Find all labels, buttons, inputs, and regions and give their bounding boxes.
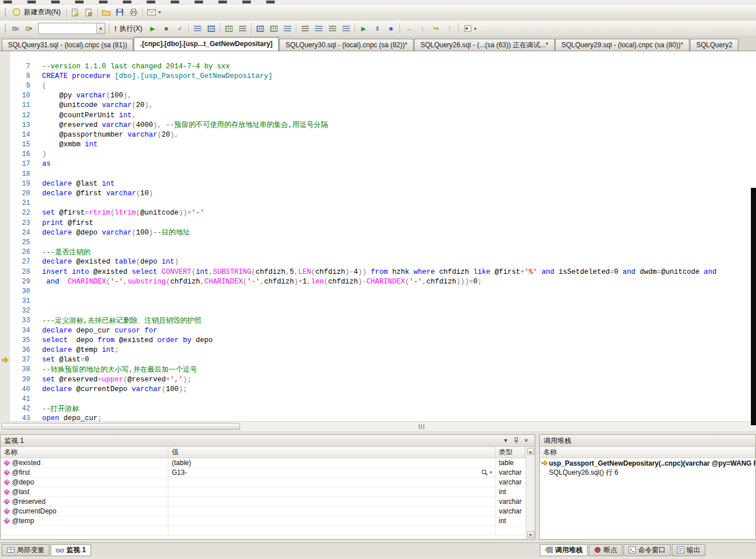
breakpoint-margin-cell[interactable] — [0, 286, 10, 296]
callstack-frame[interactable]: usp_Passport_GetNewDepositary(..cnpc)(va… — [540, 458, 755, 468]
code-editor[interactable]: 7--version 1.1.0 last changed 2014-7-4 b… — [0, 51, 756, 421]
code-line[interactable]: 8CREATE procedure [dbo].[usp_Passport_Ge… — [0, 71, 756, 81]
code-line[interactable]: 11 @unitcode varchar(20), — [0, 101, 756, 110]
database-combobox[interactable]: ▼ — [38, 23, 105, 34]
code-line[interactable]: 12 @countPerUnit int, — [0, 110, 756, 120]
breakpoint-margin-cell[interactable] — [0, 188, 10, 198]
code-line[interactable]: 39set @reserved=upper(@reserved+','); — [0, 375, 756, 384]
watch-name-cell[interactable]: @currentDepo — [1, 507, 168, 516]
code-line[interactable]: 7--version 1.1.0 last changed 2014-7-4 b… — [0, 61, 756, 71]
watch-row[interactable]: @depovarchar — [1, 478, 535, 487]
code-line[interactable]: 41 — [0, 394, 756, 404]
save-icon[interactable] — [113, 6, 127, 19]
code-line[interactable]: 35select depo from @existed order by dep… — [0, 335, 756, 345]
code-line[interactable]: 25 — [0, 237, 756, 247]
code-line[interactable]: 21 — [0, 199, 756, 208]
cancel-query-icon[interactable]: ■ — [159, 22, 173, 35]
callstack-frame[interactable]: SQLQuery26.sql() 行 6 — [540, 468, 755, 478]
connect-icon[interactable] — [9, 22, 23, 35]
scrollbar-thumb[interactable] — [1, 423, 240, 430]
watch-name-cell[interactable]: @last — [1, 487, 168, 496]
watch-scrollbar[interactable]: ▲ ▼ — [526, 447, 535, 539]
watch-row[interactable]: @reservedvarchar — [1, 497, 535, 507]
code-line[interactable]: 23print @first — [0, 218, 756, 228]
panel-tab-locals[interactable]: 局部变量 — [2, 544, 49, 556]
callstack-title-bar[interactable]: 调用堆栈 — [540, 435, 755, 447]
results-grid-icon[interactable] — [204, 22, 218, 35]
breakpoint-margin-cell[interactable] — [0, 326, 10, 335]
breakpoint-margin-cell[interactable] — [0, 384, 10, 394]
toolbar-grip[interactable] — [4, 23, 7, 34]
column-header-type[interactable]: 类型 — [495, 447, 525, 458]
watch-name-cell[interactable]: @first — [1, 468, 168, 477]
watch-title-bar[interactable]: 监视 1 ▼ ✕ — [1, 435, 535, 447]
code-line[interactable]: 13 @reserved varchar(4000), --预留的不可使用的存放… — [0, 120, 756, 130]
code-line[interactable]: 33---定义游标,去掉已标记删除、注销且销毁的护照 — [0, 316, 756, 326]
code-line[interactable]: 24declare @depo varchar(100)--目的地址 — [0, 228, 756, 237]
vertical-scrollbar[interactable] — [751, 188, 756, 425]
document-tab[interactable]: SQLQuery30.sql - (local).cnpc (sa (82))* — [279, 39, 414, 51]
step-over-icon[interactable]: ↪ — [429, 22, 443, 35]
splitter-grip[interactable] — [419, 424, 424, 429]
comment-icon[interactable] — [298, 22, 312, 35]
code-line[interactable]: 42--打开游标 — [0, 404, 756, 414]
breakpoint-margin-cell[interactable] — [0, 208, 10, 218]
new-query-button[interactable]: 新建查询(N) — [9, 6, 64, 19]
chevron-down-icon[interactable]: ▼ — [96, 23, 105, 34]
breakpoint-margin-cell[interactable] — [0, 101, 10, 110]
breakpoint-margin-cell[interactable] — [0, 394, 10, 404]
panel-tab-watch[interactable]: 监视 1 — [51, 544, 91, 556]
breakpoint-margin-cell[interactable] — [0, 140, 10, 150]
watch-value-cell[interactable] — [168, 478, 495, 487]
breakpoint-margin-cell[interactable] — [0, 130, 10, 139]
client-statistics-icon[interactable] — [267, 22, 280, 35]
breakpoint-margin-cell[interactable] — [0, 120, 10, 130]
close-icon[interactable]: ✕ — [522, 437, 531, 445]
breakpoint-margin-cell[interactable] — [0, 267, 10, 277]
code-line[interactable]: 20declare @first varchar(10) — [0, 188, 756, 198]
code-line[interactable]: 37set @last=0 — [0, 355, 756, 365]
column-header-name[interactable]: 名称 — [540, 447, 755, 458]
breakpoint-margin-cell[interactable] — [0, 335, 10, 345]
watch-row[interactable]: @existed(table)table — [1, 458, 535, 468]
parse-icon[interactable]: ✓ — [173, 22, 187, 35]
specify-template-icon[interactable] — [253, 22, 267, 35]
breakpoint-margin-cell[interactable] — [0, 306, 10, 316]
breakpoint-margin-cell[interactable] — [0, 91, 10, 101]
uncomment-icon[interactable] — [312, 22, 325, 35]
watch-name-cell[interactable]: @temp — [1, 516, 168, 525]
magnifier-icon[interactable]: ▼ — [481, 469, 493, 476]
code-line[interactable]: 34declare depo_cur cursor for — [0, 326, 756, 335]
analysis-query-icon[interactable] — [82, 6, 96, 19]
panel-tab-breakpoints[interactable]: 断点 — [589, 544, 622, 556]
breakpoint-margin-cell[interactable] — [0, 345, 10, 355]
breakpoint-margin-cell[interactable] — [0, 297, 10, 306]
intellisense-icon[interactable] — [236, 22, 249, 35]
panel-tab-output[interactable]: 输出 — [672, 544, 705, 556]
breakpoint-margin-cell[interactable] — [0, 71, 10, 81]
stop-debugging-button[interactable]: ■ — [384, 22, 398, 35]
code-line[interactable]: 15 @xmbm int — [0, 140, 756, 150]
watch-value-cell[interactable]: G13-▼ — [168, 468, 495, 477]
increase-indent-icon[interactable] — [339, 22, 353, 35]
watch-row[interactable]: @lastint — [1, 487, 535, 497]
execute-button[interactable]: ! 执行(X) — [111, 22, 146, 35]
step-out-icon[interactable]: ↑ — [443, 22, 456, 35]
breakpoint-margin-cell[interactable] — [0, 257, 10, 267]
document-tab[interactable]: SQLQuery2 — [690, 39, 738, 51]
document-tab[interactable]: SQLQuery29.sql - (local).cnpc (sa (80))* — [555, 39, 689, 51]
sqlcmd-mode-icon[interactable] — [280, 22, 294, 35]
scroll-up-icon[interactable]: ▲ — [527, 448, 534, 455]
auto-hide-pin-icon[interactable] — [511, 437, 520, 445]
breakpoint-margin-cell[interactable] — [0, 159, 10, 169]
horizontal-scrollbar[interactable] — [0, 421, 756, 431]
breakpoint-margin-cell[interactable] — [0, 237, 10, 247]
code-line[interactable]: 26---是否注销的 — [0, 248, 756, 257]
watch-name-cell[interactable]: @reserved — [1, 497, 168, 506]
watch-value-cell[interactable] — [168, 487, 495, 496]
watch-row[interactable]: @firstG13-▼varchar — [1, 468, 535, 478]
breakpoint-margin-cell[interactable] — [0, 218, 10, 228]
code-line[interactable]: 31 — [0, 297, 756, 306]
code-line[interactable]: 16) — [0, 150, 756, 159]
code-line[interactable]: 10 @py varchar(100), — [0, 91, 756, 101]
